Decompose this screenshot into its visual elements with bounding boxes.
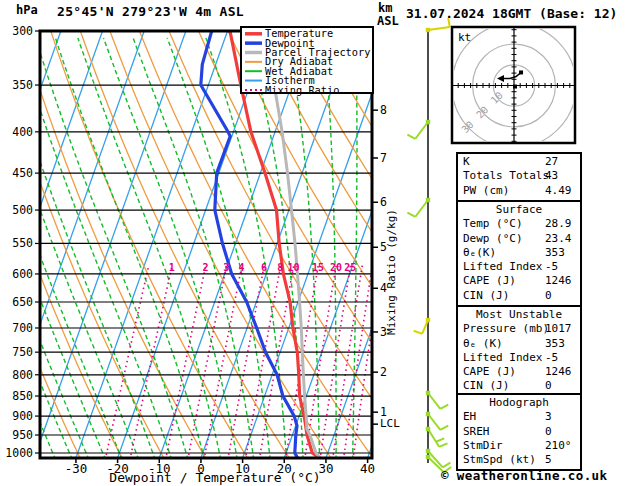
- stat-label: K: [463, 155, 470, 168]
- wind-barb-tick: [407, 213, 415, 217]
- stat-value: 4.49: [545, 184, 572, 198]
- stat-row: θₑ (K)353: [458, 337, 580, 351]
- pressure-tick-label: 650: [12, 295, 33, 309]
- stat-row: Lifted Index-5: [458, 351, 580, 365]
- stat-row: Lifted Index-5: [458, 260, 580, 274]
- wind-barb-stem: [428, 27, 450, 30]
- pressure-tick-label: 400: [12, 125, 33, 139]
- mixing-ratio-label: 25: [344, 262, 356, 273]
- wind-barb-stem: [428, 429, 439, 447]
- mixing-ratio-axis-label: Mixing Ratio (g/kg): [385, 209, 398, 335]
- mixing-ratio-label: 3: [223, 262, 229, 273]
- x-tick-label: -30: [65, 461, 88, 476]
- stat-row: CIN (J)0: [458, 289, 580, 303]
- mixing-ratio-label: 2: [202, 262, 208, 273]
- wind-barb-tick: [443, 463, 451, 468]
- stat-label: Lifted Index: [463, 351, 542, 364]
- stat-row: StmDir210°: [458, 439, 580, 453]
- mixing-ratio-line: [166, 265, 206, 460]
- wind-barb: [426, 427, 448, 447]
- wind-barb-tick: [440, 426, 448, 430]
- stats-table-title: Most Unstable: [458, 308, 580, 322]
- stat-row: SREH0: [458, 425, 580, 439]
- km-tick-label: 8: [380, 103, 387, 117]
- hodograph-marker: [513, 85, 517, 89]
- stat-label: CAPE (J): [463, 274, 516, 287]
- mixing-ratio-line: [204, 265, 242, 460]
- mixing-ratio-label: 15: [312, 262, 324, 273]
- stat-label: θₑ(K): [463, 246, 496, 259]
- x-tick-label: 40: [360, 461, 375, 476]
- pressure-tick-label: 600: [12, 267, 33, 281]
- pressure-tick-label: 900: [12, 409, 33, 423]
- altitude-unit-km-label: km: [378, 1, 392, 15]
- stat-value: 23.4: [545, 232, 572, 246]
- stat-label: StmDir: [463, 439, 503, 452]
- wind-barb: [426, 391, 448, 409]
- stat-row: Totals Totals43: [458, 169, 580, 183]
- x-axis-title: Dewpoint / Temperature (°C): [105, 470, 325, 485]
- pressure-tick-label: 500: [12, 203, 33, 217]
- mixing-ratio-label: 10: [287, 262, 299, 273]
- stats-table-hodograph: HodographEH3SREH0StmDir210°StmSpd (kt)5: [456, 393, 582, 471]
- stat-value: 0: [545, 425, 552, 439]
- stat-row: CAPE (J)1246: [458, 274, 580, 288]
- wind-barb-stem: [415, 200, 428, 217]
- stat-label: θₑ (K): [463, 337, 503, 350]
- mixing-ratio-label: 6: [261, 262, 267, 273]
- stat-value: 0: [545, 379, 552, 393]
- km-tick-label: 6: [380, 195, 387, 209]
- wind-barb: [407, 198, 430, 217]
- stat-row: Pressure (mb)1017: [458, 322, 580, 336]
- km-tick-label: 7: [380, 151, 387, 165]
- stat-row: EH3: [458, 410, 580, 424]
- isotherm-line: [118, 31, 270, 458]
- datetime-label: 31.07.2024 18GMT (Base: 12): [406, 6, 617, 21]
- stat-value: 353: [545, 337, 565, 351]
- wind-barb-stem: [415, 122, 428, 139]
- wind-barb-tick: [436, 438, 444, 441]
- stats-table-title: Surface: [458, 203, 580, 217]
- stat-label: Lifted Index: [463, 260, 542, 273]
- pressure-tick-label: 300: [12, 24, 33, 38]
- stats-table-most-unstable: Most UnstablePressure (mb)1017θₑ (K)353L…: [456, 305, 582, 398]
- legend: TemperatureDewpointParcel TrajectoryDry …: [241, 27, 373, 96]
- wet-adiabat-line: [0, 38, 6, 460]
- mixing-ratio-line: [353, 265, 381, 460]
- wind-barb: [407, 120, 430, 139]
- stat-row: K27: [458, 155, 580, 169]
- mixing-ratio-label: 4: [239, 262, 245, 273]
- hodograph-unit-label: kt: [458, 31, 471, 44]
- pressure-tick-label: 700: [12, 321, 33, 335]
- stat-value: 1246: [545, 274, 572, 288]
- wind-barb-stem: [422, 320, 428, 334]
- stat-value: 353: [545, 246, 565, 260]
- stat-row: CAPE (J)1246: [458, 365, 580, 379]
- wind-barb-tick: [439, 443, 447, 446]
- stat-value: 210°: [545, 439, 572, 453]
- stat-label: CIN (J): [463, 289, 509, 302]
- stat-value: -5: [545, 351, 558, 365]
- wind-barb-tick: [407, 135, 415, 139]
- stat-row: θₑ(K)353: [458, 246, 580, 260]
- stats-table-surface: SurfaceTemp (°C)28.9Dewp (°C)23.4θₑ(K)35…: [456, 200, 582, 307]
- pressure-tick-label: 1000: [5, 446, 33, 460]
- pressure-tick-label: 800: [12, 368, 33, 382]
- stat-value: -5: [545, 260, 558, 274]
- stat-label: Totals Totals: [463, 169, 549, 182]
- stat-label: Temp (°C): [463, 217, 523, 230]
- skewt-sounding-page: { "header": { "pressure_unit": "hPa", "t…: [0, 0, 629, 486]
- mixing-ratio-line: [245, 265, 280, 460]
- stat-value: 43: [545, 169, 558, 183]
- pressure-unit-label: hPa: [16, 3, 38, 17]
- stat-label: CAPE (J): [463, 365, 516, 378]
- mixing-ratio-label: 8: [277, 262, 283, 273]
- stat-label: EH: [463, 410, 476, 423]
- hodograph-marker: [519, 70, 523, 74]
- stats-table-title: Hodograph: [458, 396, 580, 410]
- stat-value: 1246: [545, 365, 572, 379]
- km-tick-label: 2: [380, 365, 387, 379]
- stat-value: 5: [545, 453, 552, 467]
- stat-label: Pressure (mb): [463, 322, 549, 335]
- stat-label: StmSpd (kt): [463, 453, 536, 466]
